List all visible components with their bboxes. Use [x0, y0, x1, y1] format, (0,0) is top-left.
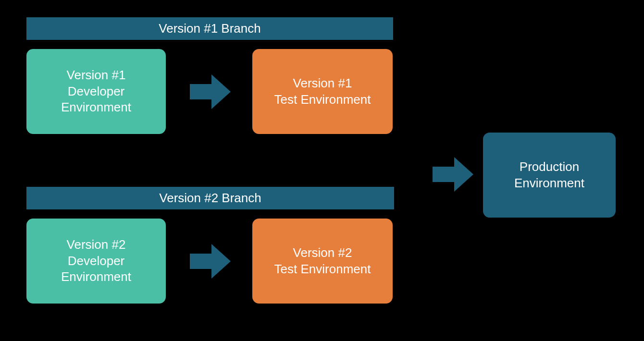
branch2-dev-box: Version #2DeveloperEnvironment [26, 219, 166, 304]
arrow-icon [190, 244, 231, 279]
production-box: ProductionEnvironment [483, 133, 616, 218]
svg-marker-1 [190, 244, 231, 279]
arrow-icon [190, 74, 231, 109]
branch1-test-box: Version #1Test Environment [252, 49, 393, 134]
branch2-test-label: Version #2Test Environment [274, 245, 371, 278]
svg-marker-0 [190, 74, 231, 109]
branch1-header: Version #1 Branch [26, 17, 393, 40]
branch1-dev-label: Version #1DeveloperEnvironment [61, 67, 131, 116]
svg-marker-2 [433, 157, 473, 192]
branch2-dev-label: Version #2DeveloperEnvironment [61, 237, 131, 285]
branch2-test-box: Version #2Test Environment [252, 219, 393, 304]
branch2-header: Version #2 Branch [26, 187, 394, 209]
production-label: ProductionEnvironment [514, 159, 584, 192]
branch1-dev-box: Version #1DeveloperEnvironment [26, 49, 166, 134]
arrow-icon [433, 157, 473, 192]
branch1-test-label: Version #1Test Environment [274, 75, 371, 108]
